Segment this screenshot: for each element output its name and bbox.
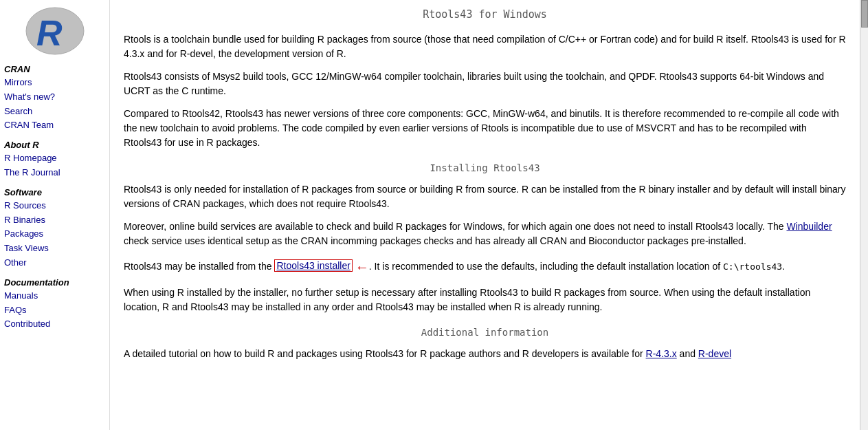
about-r-section-label: About R	[4, 140, 105, 150]
sidebar-link-other[interactable]: Other	[4, 256, 105, 270]
sidebar-link-mirrors[interactable]: Mirrors	[4, 76, 105, 90]
cran-section-label: CRAN	[4, 64, 105, 74]
para-8: A detailed tutorial on how to build R an…	[124, 347, 846, 361]
scrollbar-track[interactable]	[860, 0, 868, 430]
para-7: When using R installed by the installer,…	[124, 286, 846, 314]
para-6: Rtools43 may be installed from the Rtool…	[124, 257, 846, 277]
para-3: Compared to Rtools42, Rtools43 has newer…	[124, 107, 846, 150]
winbuilder-link[interactable]: Winbuilder	[786, 221, 832, 232]
sidebar-link-cran-team[interactable]: CRAN Team	[4, 118, 105, 133]
para-1: Rtools is a toolchain bundle used for bu…	[124, 32, 846, 61]
documentation-section-label: Documentation	[4, 277, 105, 288]
page-title: Rtools43 for Windows	[124, 7, 846, 23]
section-installing-title: Installing Rtools43	[124, 161, 846, 175]
scrollbar-thumb[interactable]	[861, 0, 868, 28]
sidebar-link-task-views[interactable]: Task Views	[4, 241, 105, 256]
section-additional-title: Additional information	[124, 325, 846, 340]
sidebar-link-contributed[interactable]: Contributed	[4, 317, 105, 332]
sidebar: R CRAN Mirrors What's new? Search CRAN T…	[0, 0, 110, 430]
sidebar-link-whats-new[interactable]: What's new?	[4, 90, 105, 105]
r43x-link[interactable]: R-4.3.x	[646, 348, 677, 359]
para-5-before: Moreover, online build services are avai…	[124, 221, 786, 232]
sidebar-link-r-sources[interactable]: R Sources	[4, 199, 105, 213]
para-4: Rtools43 is only needed for installation…	[124, 182, 846, 211]
para-5-after: check service uses identical setup as th…	[124, 235, 746, 246]
svg-text:R: R	[36, 13, 63, 53]
para-6-before: Rtools43 may be installed from the	[124, 260, 274, 271]
rdevel-link[interactable]: R-devel	[698, 348, 731, 359]
sidebar-link-faqs[interactable]: FAQs	[4, 303, 105, 318]
para-8-mid: and	[677, 348, 698, 359]
sidebar-link-r-homepage[interactable]: R Homepage	[4, 151, 105, 166]
para-6-after: . It is recommended to use the defaults,…	[369, 260, 723, 271]
sidebar-link-packages[interactable]: Packages	[4, 227, 105, 241]
sidebar-link-search[interactable]: Search	[4, 105, 105, 119]
sidebar-link-r-binaries[interactable]: R Binaries	[4, 213, 105, 228]
main-content: Rtools43 for Windows Rtools is a toolcha…	[110, 0, 860, 430]
arrow-annotation: ←	[355, 257, 369, 277]
para-5: Moreover, online build services are avai…	[124, 219, 846, 248]
logo-container: R	[4, 6, 105, 57]
software-section-label: Software	[4, 187, 105, 197]
installer-link[interactable]: Rtools43 installer	[274, 259, 352, 272]
para-2: Rtools43 consists of Msys2 build tools, …	[124, 69, 846, 98]
para-6-end: .	[782, 260, 785, 271]
code-path: C:\rtools43	[723, 261, 782, 271]
r-logo: R	[24, 6, 86, 57]
sidebar-link-manuals[interactable]: Manuals	[4, 289, 105, 303]
sidebar-link-the-r-journal[interactable]: The R Journal	[4, 166, 105, 180]
para-8-before: A detailed tutorial on how to build R an…	[124, 348, 646, 359]
